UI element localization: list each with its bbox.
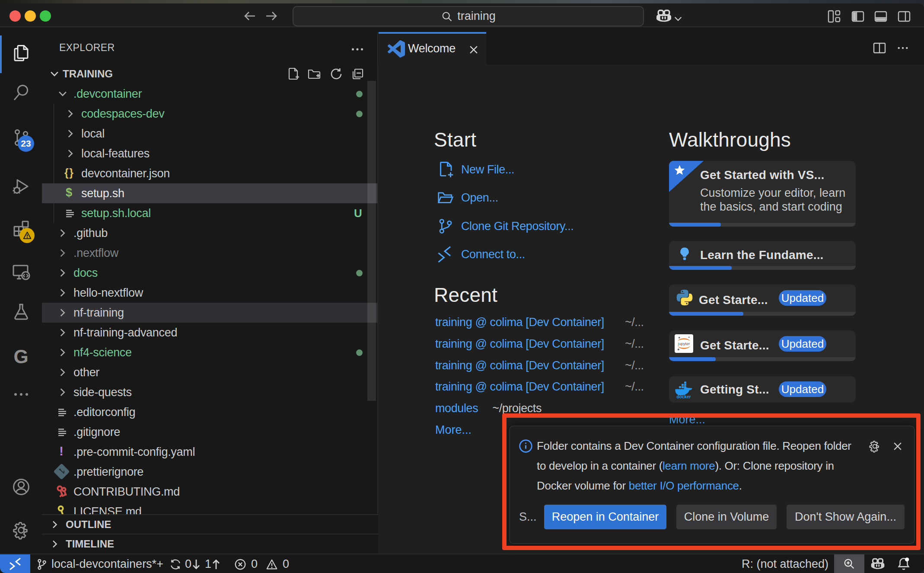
svg-text:docker: docker	[677, 394, 691, 399]
svg-text:jupyter: jupyter	[678, 342, 690, 346]
